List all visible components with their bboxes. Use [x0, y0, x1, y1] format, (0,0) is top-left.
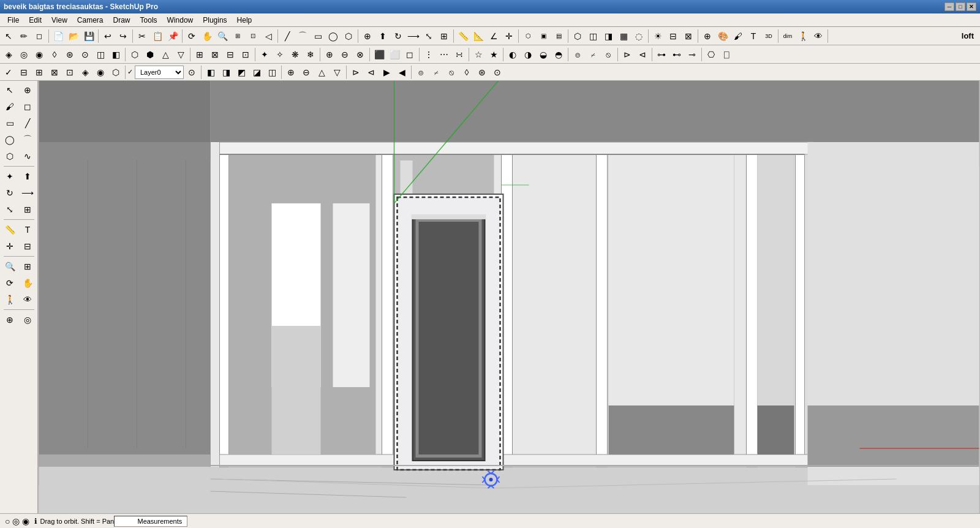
materials-btn[interactable]: 🎨: [715, 29, 730, 43]
su-btn45[interactable]: ⎕: [719, 47, 734, 62]
polygon-btn[interactable]: ⬡: [341, 29, 356, 43]
zoom-win-left-btn[interactable]: ⊞: [19, 258, 36, 274]
section-plane-btn[interactable]: ⊟: [666, 29, 680, 43]
zoom-left-btn[interactable]: 🔍: [1, 258, 18, 274]
eraser-left-btn[interactable]: ◻: [19, 99, 36, 115]
measurements-label[interactable]: Measurements: [114, 516, 187, 527]
su-btn18[interactable]: ✧: [273, 47, 287, 62]
su-btn41[interactable]: ⊶: [654, 47, 669, 62]
su-btn36[interactable]: ⌾: [570, 47, 585, 62]
tb3-btn5[interactable]: ⊡: [62, 65, 77, 80]
su-btn24[interactable]: ⬛: [372, 47, 386, 62]
minimize-button[interactable]: ─: [944, 2, 954, 11]
su-btn14[interactable]: ⊠: [208, 47, 222, 62]
su-btn20[interactable]: ❄: [303, 47, 318, 62]
paste-btn[interactable]: 📌: [165, 29, 180, 43]
su-btn6[interactable]: ⊙: [78, 47, 92, 62]
tb3-btn17[interactable]: ▽: [330, 65, 344, 80]
zoom-btn[interactable]: 🔍: [215, 29, 230, 43]
tb3-btn14[interactable]: ⊕: [284, 65, 298, 80]
protractor-btn[interactable]: ∠: [486, 29, 501, 43]
su-btn19[interactable]: ❋: [288, 47, 303, 62]
orbit-btn[interactable]: ⟳: [184, 29, 199, 43]
text-btn[interactable]: T: [746, 29, 761, 43]
maximize-button[interactable]: □: [956, 2, 965, 11]
cut-btn[interactable]: ✂: [135, 29, 149, 43]
tb3-btn22[interactable]: ⌾: [413, 65, 428, 80]
walk-left-btn[interactable]: 🚶: [1, 292, 18, 307]
section-cut-btn[interactable]: ⊠: [681, 29, 696, 43]
menu-camera[interactable]: Camera: [72, 13, 108, 26]
components-btn[interactable]: ⊕: [700, 29, 715, 43]
arrow-select-btn[interactable]: ↖: [1, 82, 18, 98]
lookaround-left-btn[interactable]: 👁: [19, 292, 36, 307]
arc-left-btn[interactable]: ⌒: [19, 132, 36, 148]
zoom-extent-btn[interactable]: ⊡: [246, 29, 260, 43]
su-btn27[interactable]: ⋮: [421, 47, 436, 62]
menu-draw[interactable]: Draw: [108, 13, 135, 26]
su-btn12[interactable]: ▽: [173, 47, 188, 62]
tb3-btn13[interactable]: ◫: [265, 65, 279, 80]
su-btn11[interactable]: △: [158, 47, 173, 62]
su-btn21[interactable]: ⊕: [322, 47, 337, 62]
position-camera-btn[interactable]: ◎: [19, 312, 36, 328]
line-btn[interactable]: ╱: [280, 29, 295, 43]
tb3-btn19[interactable]: ⊲: [364, 65, 379, 80]
walkthrough-btn[interactable]: ⊕: [1, 312, 18, 328]
axes-btn[interactable]: ✛: [502, 29, 516, 43]
su-btn31[interactable]: ★: [486, 47, 501, 62]
open-btn[interactable]: 📂: [66, 29, 81, 43]
eraser-tool-btn[interactable]: ◻: [32, 29, 47, 43]
menu-view[interactable]: View: [47, 13, 72, 26]
tb3-btn27[interactable]: ⊙: [490, 65, 505, 80]
polygon-left-btn[interactable]: ⬡: [1, 148, 18, 164]
copy-btn[interactable]: 📋: [150, 29, 165, 43]
su-btn17[interactable]: ✦: [257, 47, 272, 62]
arc-btn[interactable]: ⌒: [295, 29, 310, 43]
su-btn23[interactable]: ⊗: [353, 47, 368, 62]
tape-left-btn[interactable]: 📏: [1, 222, 18, 238]
su-btn2[interactable]: ◎: [17, 47, 31, 62]
move-left-btn[interactable]: ✦: [1, 168, 18, 184]
tb3-btn7[interactable]: ◉: [93, 65, 108, 80]
move-btn[interactable]: ⊕: [360, 29, 375, 43]
tb3-btn6[interactable]: ◈: [78, 65, 92, 80]
su-btn35[interactable]: ◓: [551, 47, 566, 62]
follow-me-btn[interactable]: ⟶: [406, 29, 421, 43]
text-left-btn[interactable]: T: [19, 222, 36, 238]
tb3-btn1[interactable]: ✓: [1, 65, 16, 80]
tb3-btn25[interactable]: ◊: [459, 65, 474, 80]
tb3-btn23[interactable]: ⌿: [429, 65, 443, 80]
zoom-window-btn[interactable]: ⊞: [230, 29, 245, 43]
tb3-btn9[interactable]: ◧: [203, 65, 218, 80]
shaded-btn[interactable]: ◨: [601, 29, 616, 43]
undo-btn[interactable]: ↩: [100, 29, 115, 43]
wireframe-btn[interactable]: ⬡: [570, 29, 585, 43]
menu-plugins[interactable]: Plugins: [198, 13, 232, 26]
iso-btn[interactable]: ⬡: [521, 29, 535, 43]
su-btn44[interactable]: ⎔: [704, 47, 718, 62]
tb3-btn12[interactable]: ◪: [249, 65, 264, 80]
tape-btn[interactable]: 📐: [471, 29, 486, 43]
su-btn15[interactable]: ⊟: [223, 47, 238, 62]
3d-text-btn[interactable]: 3D: [761, 29, 776, 43]
menu-file[interactable]: File: [2, 13, 24, 26]
scale-btn[interactable]: ⤡: [421, 29, 436, 43]
su-btn5[interactable]: ⊛: [62, 47, 77, 62]
scale-left-btn[interactable]: ⤡: [1, 202, 18, 217]
su-btn29[interactable]: ∺: [452, 47, 467, 62]
tb3-btn10[interactable]: ◨: [219, 65, 233, 80]
axes-left-btn[interactable]: ✛: [1, 238, 18, 254]
save-btn[interactable]: 💾: [81, 29, 96, 43]
pan-left-btn[interactable]: ✋: [19, 275, 36, 291]
su-btn8[interactable]: ◧: [108, 47, 123, 62]
su-btn1[interactable]: ◈: [1, 47, 16, 62]
tb3-btn26[interactable]: ⊛: [475, 65, 489, 80]
su-btn32[interactable]: ◐: [505, 47, 520, 62]
walk-btn[interactable]: 🚶: [796, 29, 810, 43]
tb3-btn3[interactable]: ⊞: [32, 65, 47, 80]
measure-btn[interactable]: 📏: [456, 29, 470, 43]
menu-edit[interactable]: Edit: [24, 13, 47, 26]
paint-btn[interactable]: 🖌: [731, 29, 745, 43]
su-btn22[interactable]: ⊖: [337, 47, 352, 62]
